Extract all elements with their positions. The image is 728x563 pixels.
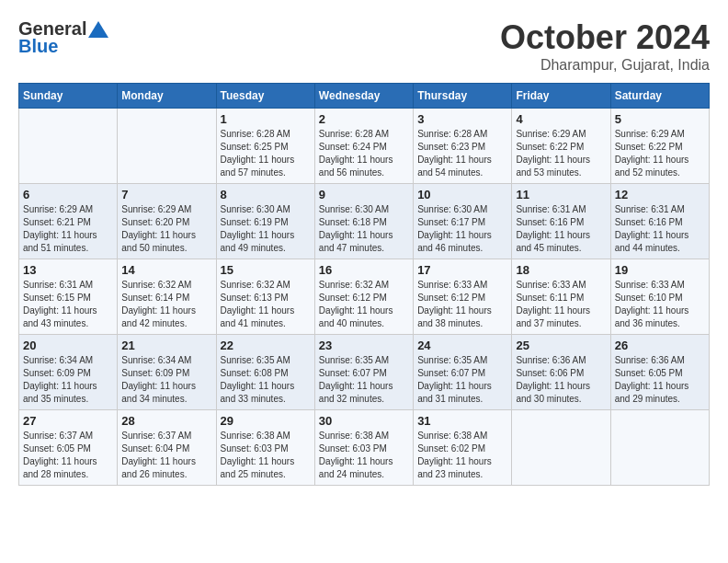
- day-number: 16: [319, 263, 409, 277]
- day-info: Sunrise: 6:33 AMSunset: 6:10 PMDaylight:…: [615, 279, 705, 330]
- day-number: 7: [121, 188, 211, 201]
- day-number: 27: [23, 414, 113, 428]
- calendar-cell: 2Sunrise: 6:28 AMSunset: 6:24 PMDaylight…: [314, 109, 413, 184]
- calendar-week-row: 13Sunrise: 6:31 AMSunset: 6:15 PMDayligh…: [19, 259, 710, 335]
- calendar-week-row: 27Sunrise: 6:37 AMSunset: 6:05 PMDayligh…: [19, 410, 710, 486]
- calendar-cell: 24Sunrise: 6:35 AMSunset: 6:07 PMDayligh…: [414, 335, 512, 410]
- day-number: 2: [319, 112, 409, 126]
- weekday-header-row: SundayMondayTuesdayWednesdayThursdayFrid…: [19, 84, 710, 109]
- calendar-cell: 7Sunrise: 6:29 AMSunset: 6:20 PMDaylight…: [118, 184, 216, 259]
- calendar-cell: 6Sunrise: 6:29 AMSunset: 6:21 PMDaylight…: [19, 184, 118, 259]
- day-number: 3: [417, 112, 507, 126]
- day-number: 22: [221, 339, 311, 352]
- title-area: October 2024 Dharampur, Gujarat, India: [500, 18, 710, 74]
- calendar-cell: 4Sunrise: 6:29 AMSunset: 6:22 PMDaylight…: [512, 109, 610, 184]
- calendar-cell: 29Sunrise: 6:38 AMSunset: 6:03 PMDayligh…: [216, 410, 314, 486]
- day-info: Sunrise: 6:31 AMSunset: 6:16 PMDaylight:…: [615, 203, 705, 255]
- day-info: Sunrise: 6:36 AMSunset: 6:06 PMDaylight:…: [516, 354, 606, 406]
- calendar-cell: 28Sunrise: 6:37 AMSunset: 6:04 PMDayligh…: [118, 410, 216, 486]
- day-info: Sunrise: 6:31 AMSunset: 6:15 PMDaylight:…: [23, 279, 113, 330]
- calendar-week-row: 20Sunrise: 6:34 AMSunset: 6:09 PMDayligh…: [19, 335, 710, 410]
- calendar-cell: 8Sunrise: 6:30 AMSunset: 6:19 PMDaylight…: [216, 184, 314, 259]
- calendar-cell: 1Sunrise: 6:28 AMSunset: 6:25 PMDaylight…: [216, 109, 314, 184]
- calendar-cell: [512, 410, 610, 486]
- calendar-cell: 19Sunrise: 6:33 AMSunset: 6:10 PMDayligh…: [610, 259, 709, 335]
- calendar-cell: [118, 109, 216, 184]
- day-number: 25: [516, 339, 606, 352]
- calendar-cell: 26Sunrise: 6:36 AMSunset: 6:05 PMDayligh…: [610, 335, 709, 410]
- calendar-week-row: 6Sunrise: 6:29 AMSunset: 6:21 PMDaylight…: [19, 184, 710, 259]
- day-number: 15: [221, 263, 311, 277]
- calendar-cell: 9Sunrise: 6:30 AMSunset: 6:18 PMDaylight…: [314, 184, 413, 259]
- day-number: 26: [615, 339, 705, 352]
- day-number: 24: [417, 339, 507, 352]
- calendar-cell: [610, 410, 709, 486]
- logo: General Blue: [18, 18, 108, 57]
- day-number: 20: [23, 339, 113, 352]
- logo-blue: Blue: [18, 36, 58, 57]
- calendar-cell: 23Sunrise: 6:35 AMSunset: 6:07 PMDayligh…: [314, 335, 413, 410]
- day-info: Sunrise: 6:36 AMSunset: 6:05 PMDaylight:…: [615, 354, 705, 406]
- calendar-cell: 22Sunrise: 6:35 AMSunset: 6:08 PMDayligh…: [216, 335, 314, 410]
- day-number: 31: [417, 414, 507, 428]
- calendar-cell: 21Sunrise: 6:34 AMSunset: 6:09 PMDayligh…: [118, 335, 216, 410]
- calendar-cell: 15Sunrise: 6:32 AMSunset: 6:13 PMDayligh…: [216, 259, 314, 335]
- day-number: 28: [121, 414, 211, 428]
- day-number: 9: [319, 188, 409, 201]
- calendar-cell: 16Sunrise: 6:32 AMSunset: 6:12 PMDayligh…: [314, 259, 413, 335]
- calendar-cell: 13Sunrise: 6:31 AMSunset: 6:15 PMDayligh…: [19, 259, 118, 335]
- day-number: 18: [516, 263, 606, 277]
- day-number: 30: [319, 414, 409, 428]
- day-info: Sunrise: 6:32 AMSunset: 6:12 PMDaylight:…: [319, 279, 409, 330]
- weekday-header-tuesday: Tuesday: [216, 84, 314, 109]
- day-info: Sunrise: 6:28 AMSunset: 6:23 PMDaylight:…: [417, 128, 507, 179]
- day-number: 6: [23, 188, 113, 201]
- svg-marker-0: [88, 21, 108, 38]
- day-info: Sunrise: 6:29 AMSunset: 6:22 PMDaylight:…: [516, 128, 606, 179]
- calendar-cell: 10Sunrise: 6:30 AMSunset: 6:17 PMDayligh…: [414, 184, 512, 259]
- calendar-table: SundayMondayTuesdayWednesdayThursdayFrid…: [18, 83, 710, 486]
- day-info: Sunrise: 6:29 AMSunset: 6:22 PMDaylight:…: [615, 128, 705, 179]
- calendar-cell: 14Sunrise: 6:32 AMSunset: 6:14 PMDayligh…: [118, 259, 216, 335]
- day-number: 10: [417, 188, 507, 201]
- day-info: Sunrise: 6:29 AMSunset: 6:20 PMDaylight:…: [121, 203, 211, 255]
- day-info: Sunrise: 6:29 AMSunset: 6:21 PMDaylight:…: [23, 203, 113, 255]
- day-number: 17: [417, 263, 507, 277]
- day-number: 5: [615, 112, 705, 126]
- calendar-cell: 20Sunrise: 6:34 AMSunset: 6:09 PMDayligh…: [19, 335, 118, 410]
- calendar-cell: 31Sunrise: 6:38 AMSunset: 6:02 PMDayligh…: [414, 410, 512, 486]
- calendar-week-row: 1Sunrise: 6:28 AMSunset: 6:25 PMDaylight…: [19, 109, 710, 184]
- day-number: 29: [221, 414, 311, 428]
- day-info: Sunrise: 6:32 AMSunset: 6:13 PMDaylight:…: [221, 279, 311, 330]
- day-info: Sunrise: 6:37 AMSunset: 6:05 PMDaylight:…: [23, 430, 113, 481]
- day-number: 21: [121, 339, 211, 352]
- calendar-cell: 17Sunrise: 6:33 AMSunset: 6:12 PMDayligh…: [414, 259, 512, 335]
- calendar-cell: [19, 109, 118, 184]
- day-info: Sunrise: 6:37 AMSunset: 6:04 PMDaylight:…: [121, 430, 211, 481]
- day-info: Sunrise: 6:35 AMSunset: 6:07 PMDaylight:…: [319, 354, 409, 406]
- day-info: Sunrise: 6:30 AMSunset: 6:18 PMDaylight:…: [319, 203, 409, 255]
- day-number: 12: [615, 188, 705, 201]
- day-number: 23: [319, 339, 409, 352]
- day-number: 11: [516, 188, 606, 201]
- location-title: Dharampur, Gujarat, India: [500, 57, 710, 74]
- calendar-cell: 27Sunrise: 6:37 AMSunset: 6:05 PMDayligh…: [19, 410, 118, 486]
- calendar-cell: 25Sunrise: 6:36 AMSunset: 6:06 PMDayligh…: [512, 335, 610, 410]
- day-number: 1: [221, 112, 311, 126]
- day-number: 4: [516, 112, 606, 126]
- month-title: October 2024: [500, 18, 710, 57]
- weekday-header-sunday: Sunday: [19, 84, 118, 109]
- day-info: Sunrise: 6:34 AMSunset: 6:09 PMDaylight:…: [23, 354, 113, 406]
- calendar-cell: 12Sunrise: 6:31 AMSunset: 6:16 PMDayligh…: [610, 184, 709, 259]
- day-info: Sunrise: 6:28 AMSunset: 6:24 PMDaylight:…: [319, 128, 409, 179]
- day-info: Sunrise: 6:34 AMSunset: 6:09 PMDaylight:…: [121, 354, 211, 406]
- weekday-header-friday: Friday: [512, 84, 610, 109]
- calendar-cell: 11Sunrise: 6:31 AMSunset: 6:16 PMDayligh…: [512, 184, 610, 259]
- day-info: Sunrise: 6:33 AMSunset: 6:12 PMDaylight:…: [417, 279, 507, 330]
- calendar-cell: 30Sunrise: 6:38 AMSunset: 6:03 PMDayligh…: [314, 410, 413, 486]
- day-info: Sunrise: 6:38 AMSunset: 6:03 PMDaylight:…: [221, 430, 311, 481]
- day-info: Sunrise: 6:31 AMSunset: 6:16 PMDaylight:…: [516, 203, 606, 255]
- day-number: 19: [615, 263, 705, 277]
- weekday-header-wednesday: Wednesday: [314, 84, 413, 109]
- calendar-cell: 5Sunrise: 6:29 AMSunset: 6:22 PMDaylight…: [610, 109, 709, 184]
